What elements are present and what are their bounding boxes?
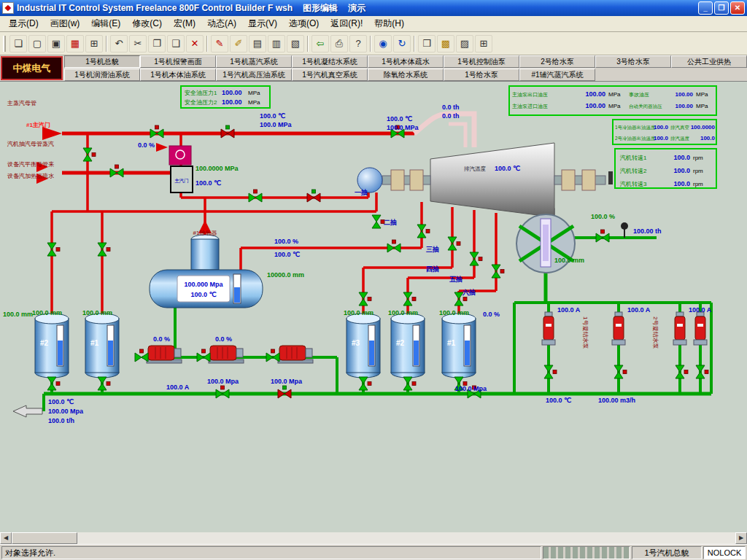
condensate-pump-1[interactable] xyxy=(542,312,555,345)
menu-help[interactable]: 帮助(H) xyxy=(368,16,410,31)
scroll-track[interactable] xyxy=(77,532,735,544)
maximize-button[interactable]: ❐ xyxy=(714,1,729,15)
save-button[interactable]: ▣ xyxy=(47,35,65,52)
tab-unit1-body-drain[interactable]: 1号机本体疏水 xyxy=(368,55,444,68)
feed-pump-1[interactable] xyxy=(147,346,182,363)
menu-return[interactable]: 返回(R)! xyxy=(325,16,368,31)
cut-button[interactable]: ✂ xyxy=(129,35,147,52)
window-button[interactable]: ❒ xyxy=(418,35,436,52)
valve[interactable] xyxy=(266,349,279,362)
tab-unit1-alarms[interactable]: 1号机报警画面 xyxy=(140,55,216,68)
valve[interactable] xyxy=(83,148,96,161)
close-button[interactable]: ✕ xyxy=(730,1,745,15)
valve[interactable] xyxy=(47,243,60,256)
hp-heater-2[interactable]: #2 xyxy=(391,314,425,378)
lp-heater-2[interactable]: #2 xyxy=(35,314,69,378)
frame-button[interactable]: ▧ xyxy=(287,35,304,52)
help-button[interactable]: ? xyxy=(349,35,367,52)
paste-button[interactable]: ❑ xyxy=(167,35,185,52)
scroll-left-button[interactable]: ◀ xyxy=(0,532,12,544)
lp-heater-1[interactable]: #1 xyxy=(85,314,119,378)
valve[interactable] xyxy=(359,377,371,390)
refresh-button[interactable]: ↻ xyxy=(393,35,411,52)
condensate-pump-2[interactable] xyxy=(612,312,625,345)
deaerator[interactable]: 100.000 Mpa 100.0 ℃ xyxy=(150,235,263,308)
columns-button[interactable]: ▥ xyxy=(268,35,285,52)
menu-options[interactable]: 选项(O) xyxy=(283,16,325,31)
feed-pump-2[interactable] xyxy=(209,346,244,363)
menu-modify[interactable]: 修改(C) xyxy=(126,16,168,31)
valve[interactable] xyxy=(135,349,148,362)
stamp-button[interactable]: ❏ xyxy=(9,35,27,52)
tab-feedpump-2[interactable]: 2号给水泵 xyxy=(519,55,595,68)
valve[interactable] xyxy=(98,377,110,390)
valve[interactable] xyxy=(372,215,384,228)
valve[interactable] xyxy=(417,225,430,238)
image-button[interactable]: ▨ xyxy=(456,35,473,52)
copy-button[interactable]: ❐ xyxy=(148,35,166,52)
scroll-thumb[interactable] xyxy=(12,532,77,544)
menu-view[interactable]: 显示(V) xyxy=(242,16,283,31)
valve[interactable] xyxy=(448,237,460,250)
valve[interactable] xyxy=(596,230,609,242)
feed-pump-3[interactable] xyxy=(278,346,313,363)
condensate-pump-3[interactable] xyxy=(673,312,686,345)
tab-unit1-lube-oil[interactable]: 1号机润滑油系统 xyxy=(64,69,140,81)
color-grid-button[interactable]: ▦ xyxy=(66,35,84,52)
tab-deaerator-feedwater[interactable]: 除氧给水系统 xyxy=(368,69,444,81)
valve[interactable] xyxy=(249,190,262,202)
valve[interactable] xyxy=(696,365,708,378)
find-button[interactable]: ◉ xyxy=(374,35,392,52)
valve[interactable] xyxy=(47,377,60,390)
main-valve-box[interactable]: 主汽门 xyxy=(171,166,193,192)
valve[interactable] xyxy=(676,365,688,378)
valve[interactable] xyxy=(387,240,400,252)
valve[interactable] xyxy=(98,243,110,256)
grid-button[interactable]: ⊞ xyxy=(475,35,492,52)
hp-heater-1[interactable]: #1 xyxy=(442,314,476,378)
condensate-pump-4[interactable] xyxy=(694,312,707,345)
aux-pump-box[interactable] xyxy=(169,146,191,165)
rows-button[interactable]: ▤ xyxy=(249,35,266,52)
valve[interactable] xyxy=(614,365,627,378)
back-button[interactable]: ⇦ xyxy=(311,35,329,52)
tab-unit1-vacuum[interactable]: 1号汽机真空系统 xyxy=(292,69,368,81)
valve[interactable] xyxy=(492,265,504,278)
valve[interactable] xyxy=(544,365,557,378)
menu-display[interactable]: 显示(D) xyxy=(3,16,44,31)
new-button[interactable]: ▢ xyxy=(28,35,46,52)
tab-unit1-condensate[interactable]: 1号机凝结水系统 xyxy=(292,55,368,68)
valve[interactable] xyxy=(403,377,416,390)
menu-draw[interactable]: 画图(w) xyxy=(44,16,86,31)
tab-unit1-body-oil[interactable]: 1号机本体油系统 xyxy=(140,69,216,81)
minimize-button[interactable]: _ xyxy=(698,1,713,15)
menu-edit[interactable]: 编辑(E) xyxy=(85,16,126,31)
menu-macro[interactable]: 宏(M) xyxy=(168,16,201,31)
tab-unit1-overview[interactable]: 1号机总貌 xyxy=(64,55,140,68)
tab-unit1-hp-oil[interactable]: 1号汽机高压油系统 xyxy=(216,69,292,81)
tab-unit1-control-oil[interactable]: 1号机控制油泵 xyxy=(444,55,519,68)
tab-feedpump-3[interactable]: 3号给水泵 xyxy=(595,55,671,68)
condenser[interactable] xyxy=(516,214,628,273)
tab-feedpump-1[interactable]: 1号给水泵 xyxy=(444,69,519,81)
scroll-right-button[interactable]: ▶ xyxy=(735,532,747,544)
table-grid-button[interactable]: ⊞ xyxy=(85,35,103,52)
turbine[interactable] xyxy=(430,143,554,217)
menu-dynamic[interactable]: 动态(A) xyxy=(201,16,242,31)
print-button[interactable]: ⎙ xyxy=(330,35,348,52)
tab-aux-steam[interactable]: #1辅汽蒸汽系统 xyxy=(519,69,595,81)
valve[interactable] xyxy=(403,292,416,306)
pencil-button[interactable]: ✐ xyxy=(230,35,247,52)
delete-button[interactable]: ✕ xyxy=(186,35,204,52)
tab-unit1-steam[interactable]: 1号机蒸汽系统 xyxy=(216,55,292,68)
valve[interactable] xyxy=(359,292,371,306)
hand-valve-wheel[interactable] xyxy=(621,222,628,230)
valve[interactable] xyxy=(197,349,210,362)
pattern-button[interactable]: ▩ xyxy=(437,35,454,52)
pen-button[interactable]: ✎ xyxy=(211,35,228,52)
undo-button[interactable]: ↶ xyxy=(110,35,128,52)
hp-heater-3[interactable]: #3 xyxy=(347,314,380,378)
tab-industrial-heat[interactable]: 公共工业供热 xyxy=(671,55,747,68)
valve[interactable] xyxy=(307,190,320,202)
valve[interactable] xyxy=(470,252,482,265)
